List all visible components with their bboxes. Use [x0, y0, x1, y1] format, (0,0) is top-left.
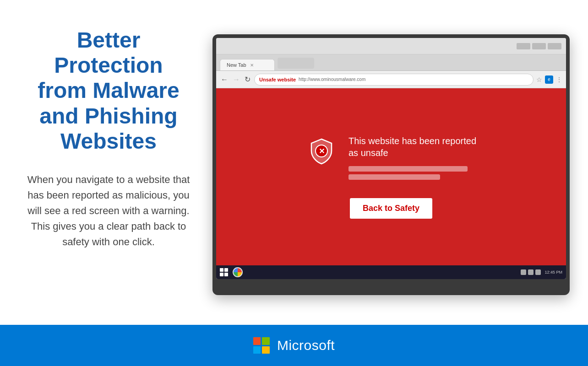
- taskbar-system-icon-3: [535, 269, 541, 275]
- address-bar[interactable]: Unsafe website http://www.ominousmalware…: [254, 74, 534, 86]
- windows-start-icon[interactable]: [220, 268, 228, 276]
- address-text: http://www.ominousmalware.com: [299, 77, 365, 82]
- ms-logo-blue: [253, 346, 261, 354]
- minimize-btn: [517, 43, 530, 49]
- headline-text: Better Protection from Malware and Phish…: [23, 27, 194, 154]
- menu-icon[interactable]: ⋮: [556, 76, 562, 83]
- favorites-icon[interactable]: ☆: [536, 76, 542, 83]
- right-panel: New Tab ✕ ← → ↻ Unsafe website http://ww…: [203, 18, 574, 311]
- taskbar-right: 12:45 PM: [521, 269, 562, 275]
- laptop-mockup: New Tab ✕ ← → ↻ Unsafe website http://ww…: [212, 34, 570, 295]
- shield-icon-container: ✕: [305, 135, 338, 167]
- warning-title: This website has been reported as unsafe: [348, 135, 477, 159]
- titlebar-buttons: [517, 43, 561, 49]
- tab-dummy: [278, 58, 314, 69]
- close-btn: [548, 43, 561, 49]
- tab-label: New Tab: [227, 62, 246, 68]
- shield-warning-icon: ✕: [308, 137, 335, 165]
- microsoft-logo: [253, 337, 270, 354]
- toolbar-icons: ☆ e ⋮: [536, 75, 562, 84]
- tab-close-icon[interactable]: ✕: [250, 63, 254, 68]
- back-to-safety-button[interactable]: Back to Safety: [350, 198, 432, 219]
- browser-tab-active[interactable]: New Tab ✕: [220, 59, 275, 70]
- taskbar-chrome-icon[interactable]: [233, 267, 243, 277]
- warning-line-1: [348, 166, 468, 172]
- microsoft-brand-name: Microsoft: [277, 338, 335, 353]
- browser-toolbar: ← → ↻ Unsafe website http://www.ominousm…: [216, 71, 566, 88]
- taskbar-clock: 12:45 PM: [544, 270, 562, 274]
- taskbar-system-icon-2: [528, 269, 534, 275]
- back-nav-icon[interactable]: ←: [220, 75, 229, 84]
- ms-logo-green: [262, 337, 270, 345]
- warning-main: ✕ This website has been reported as unsa…: [305, 135, 477, 180]
- warning-line-2: [348, 174, 440, 180]
- laptop-screen: New Tab ✕ ← → ↻ Unsafe website http://ww…: [216, 38, 566, 279]
- browser-titlebar: [216, 38, 566, 54]
- svg-text:✕: ✕: [319, 147, 325, 155]
- forward-nav-icon[interactable]: →: [232, 75, 241, 84]
- refresh-icon[interactable]: ↻: [244, 75, 251, 84]
- warning-content: ✕ This website has been reported as unsa…: [216, 88, 566, 265]
- warning-text-block: This website has been reported as unsafe: [348, 135, 477, 180]
- maximize-btn: [532, 43, 546, 49]
- taskbar: 12:45 PM: [216, 265, 566, 279]
- left-panel: Better Protection from Malware and Phish…: [14, 18, 203, 311]
- taskbar-system-icon-1: [521, 269, 526, 275]
- description-text: When you navigate to a website that has …: [23, 172, 194, 250]
- ms-logo-red: [253, 337, 261, 345]
- edge-icon: e: [545, 75, 553, 84]
- main-content: Better Protection from Malware and Phish…: [0, 0, 588, 325]
- microsoft-footer: Microsoft: [0, 325, 588, 366]
- ms-logo-yellow: [262, 346, 270, 354]
- browser-tabs: New Tab ✕: [216, 54, 566, 71]
- warning-lines: [348, 166, 477, 180]
- unsafe-site-label: Unsafe website: [259, 77, 296, 82]
